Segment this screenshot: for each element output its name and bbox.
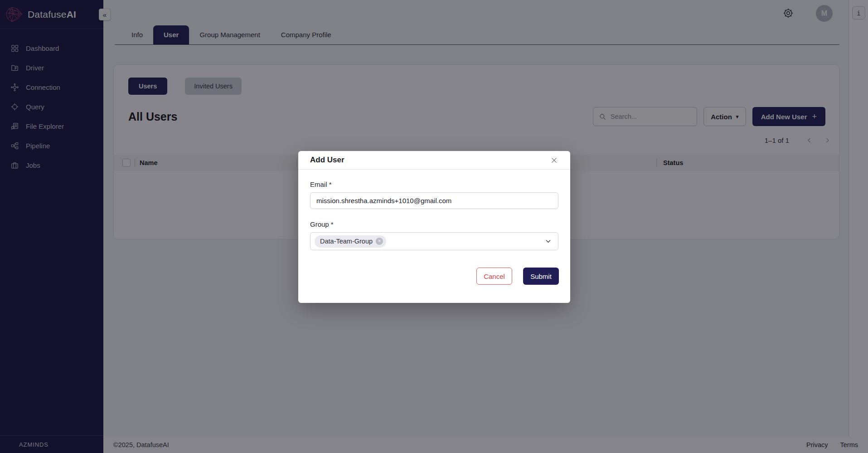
group-select[interactable]: Data-Team-Group × (310, 232, 558, 250)
modal-header: Add User (298, 151, 570, 170)
close-icon (550, 156, 558, 164)
modal-actions: Cancel Submit (476, 268, 559, 285)
group-label: Group * (310, 220, 558, 228)
email-field[interactable] (310, 192, 558, 209)
email-label: Email * (310, 180, 558, 188)
chevron-down-icon (545, 238, 552, 245)
add-user-modal: Add User Email * Group * Data-Team-Group… (298, 151, 570, 303)
modal-close-button[interactable] (549, 156, 558, 165)
modal-body: Email * Group * Data-Team-Group × (298, 170, 570, 250)
chip-remove-icon[interactable]: × (376, 238, 383, 245)
cancel-button[interactable]: Cancel (476, 268, 512, 285)
modal-title: Add User (310, 156, 344, 165)
submit-button[interactable]: Submit (523, 268, 559, 285)
group-chip: Data-Team-Group × (315, 235, 386, 248)
select-chevron (545, 238, 552, 245)
group-chip-label: Data-Team-Group (320, 238, 373, 245)
